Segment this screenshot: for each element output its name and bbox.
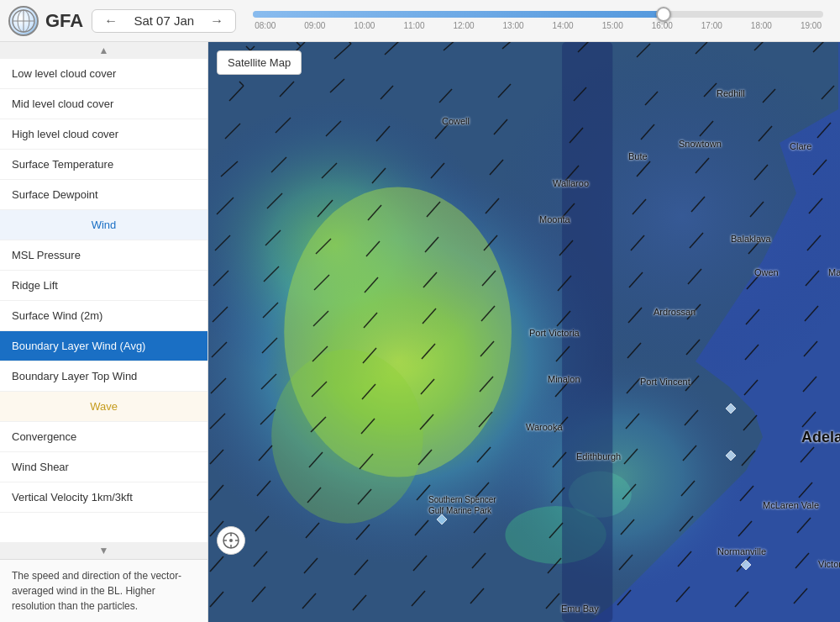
app-logo — [8, 6, 39, 36]
app-title: GFA — [45, 10, 83, 32]
next-date-button[interactable]: → — [207, 13, 227, 29]
date-label: Sat 07 Jan — [126, 13, 202, 28]
sidebar: ▲ Low level cloud cover Mid level cloud … — [0, 42, 208, 622]
main-content: ▲ Low level cloud cover Mid level cloud … — [0, 42, 840, 622]
sidebar-item-bl-wind-avg[interactable]: Boundary Layer Wind (Avg) — [0, 331, 207, 361]
sidebar-item-surface-dew[interactable]: Surface Dewpoint — [0, 180, 207, 210]
svg-rect-13 — [562, 42, 612, 622]
timeline-area: 08:00 09:00 10:00 11:00 12:00 13:00 14:0… — [244, 11, 832, 30]
timeline-filled — [253, 11, 664, 18]
compass-button[interactable] — [217, 526, 245, 555]
satellite-map-button[interactable]: Satellite Map — [217, 50, 302, 75]
svg-point-10 — [271, 350, 423, 524]
sidebar-item-surface-wind[interactable]: Surface Wind (2m) — [0, 301, 207, 331]
sidebar-item-high-cloud[interactable]: High level cloud cover — [0, 119, 207, 150]
sidebar-section-wind: Wind — [0, 210, 207, 240]
sidebar-item-surface-temp[interactable]: Surface Temperature — [0, 150, 207, 180]
sidebar-item-msl-pressure[interactable]: MSL Pressure — [0, 240, 207, 271]
timeline-track[interactable] — [253, 11, 823, 18]
sidebar-item-vert-velocity[interactable]: Vertical Velocity 1km/3kft — [0, 482, 207, 513]
compass-icon — [223, 532, 239, 549]
sidebar-item-bl-top-wind[interactable]: Boundary Layer Top Wind — [0, 361, 207, 392]
sidebar-description: The speed and direction of the vector-av… — [0, 559, 207, 622]
sidebar-item-mid-cloud[interactable]: Mid level cloud cover — [0, 89, 207, 119]
sidebar-item-wind-shear[interactable]: Wind Shear — [0, 452, 207, 482]
scroll-up-button[interactable]: ▲ — [0, 42, 207, 59]
scroll-down-button[interactable]: ▼ — [0, 542, 207, 559]
prev-date-button[interactable]: ← — [101, 13, 121, 29]
map-background: Redhill Burra Cowell Snowtown Bute Clare… — [208, 42, 840, 622]
header: GFA ← Sat 07 Jan → 08:00 09:00 10:00 11:… — [0, 0, 840, 42]
map-container[interactable]: Redhill Burra Cowell Snowtown Bute Clare… — [208, 42, 840, 622]
timeline-thumb[interactable] — [656, 7, 671, 22]
sidebar-item-low-cloud[interactable]: Low level cloud cover — [0, 59, 207, 89]
weather-map-svg — [208, 42, 840, 622]
date-navigation: ← Sat 07 Jan → — [92, 9, 236, 33]
timeline-labels: 08:00 09:00 10:00 11:00 12:00 13:00 14:0… — [253, 21, 823, 30]
sidebar-scroll: Low level cloud cover Mid level cloud co… — [0, 59, 207, 542]
svg-point-250 — [229, 539, 233, 542]
sidebar-item-convergence[interactable]: Convergence — [0, 422, 207, 452]
sidebar-section-wave: Wave — [0, 392, 207, 422]
logo-area: GFA — [8, 6, 83, 36]
sidebar-item-ridge-lift[interactable]: Ridge Lift — [0, 271, 207, 301]
